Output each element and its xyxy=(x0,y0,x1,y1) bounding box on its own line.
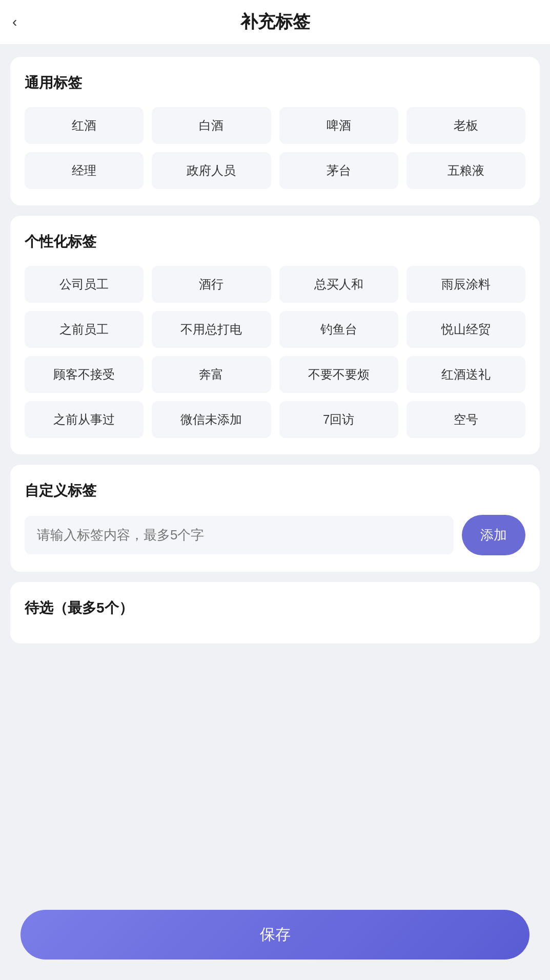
pending-tags-card: 待选（最多5个） xyxy=(10,582,540,643)
personalized-tag-item[interactable]: 公司员工 xyxy=(25,266,144,303)
personalized-tag-item[interactable]: 总买人和 xyxy=(279,266,398,303)
custom-tag-input-area: 添加 xyxy=(25,515,525,555)
content-area: 通用标签 红酒白酒啤酒老板经理政府人员茅台五粮液 个性化标签 公司员工酒行总买人… xyxy=(0,45,550,656)
general-tag-item[interactable]: 经理 xyxy=(25,152,144,189)
personalized-tag-item[interactable]: 微信未添加 xyxy=(152,401,271,438)
general-tag-item[interactable]: 白酒 xyxy=(152,107,271,144)
general-tag-item[interactable]: 啤酒 xyxy=(279,107,398,144)
personalized-tag-item[interactable]: 红酒送礼 xyxy=(406,356,525,393)
back-button[interactable]: ‹ xyxy=(12,15,17,29)
add-tag-button[interactable]: 添加 xyxy=(462,515,525,555)
personalized-tag-item[interactable]: 奔富 xyxy=(152,356,271,393)
general-tag-item[interactable]: 五粮液 xyxy=(406,152,525,189)
personalized-tag-item[interactable]: 雨辰涂料 xyxy=(406,266,525,303)
personalized-tag-item[interactable]: 7回访 xyxy=(279,401,398,438)
page-title: 补充标签 xyxy=(240,10,310,34)
personalized-tags-title: 个性化标签 xyxy=(25,232,525,252)
general-tag-item[interactable]: 茅台 xyxy=(279,152,398,189)
pending-tags-title: 待选（最多5个） xyxy=(25,598,525,618)
custom-tag-card: 自定义标签 添加 xyxy=(10,465,540,572)
personalized-tag-item[interactable]: 悦山经贸 xyxy=(406,311,525,348)
personalized-tag-item[interactable]: 之前从事过 xyxy=(25,401,144,438)
general-tag-item[interactable]: 红酒 xyxy=(25,107,144,144)
personalized-tag-item[interactable]: 钓鱼台 xyxy=(279,311,398,348)
save-area: 保存 xyxy=(0,900,550,980)
personalized-tag-item[interactable]: 不用总打电 xyxy=(152,311,271,348)
personalized-tag-item[interactable]: 之前员工 xyxy=(25,311,144,348)
personalized-tags-grid: 公司员工酒行总买人和雨辰涂料之前员工不用总打电钓鱼台悦山经贸顾客不接受奔富不要不… xyxy=(25,266,525,438)
personalized-tag-item[interactable]: 不要不要烦 xyxy=(279,356,398,393)
personalized-tags-card: 个性化标签 公司员工酒行总买人和雨辰涂料之前员工不用总打电钓鱼台悦山经贸顾客不接… xyxy=(10,216,540,454)
personalized-tag-item[interactable]: 酒行 xyxy=(152,266,271,303)
general-tags-card: 通用标签 红酒白酒啤酒老板经理政府人员茅台五粮液 xyxy=(10,57,540,205)
general-tags-grid: 红酒白酒啤酒老板经理政府人员茅台五粮液 xyxy=(25,107,525,189)
personalized-tag-item[interactable]: 顾客不接受 xyxy=(25,356,144,393)
general-tag-item[interactable]: 政府人员 xyxy=(152,152,271,189)
personalized-tag-item[interactable]: 空号 xyxy=(406,401,525,438)
custom-tag-title: 自定义标签 xyxy=(25,481,525,501)
header: ‹ 补充标签 xyxy=(0,0,550,45)
general-tag-item[interactable]: 老板 xyxy=(406,107,525,144)
custom-tag-input[interactable] xyxy=(25,516,454,554)
general-tags-title: 通用标签 xyxy=(25,73,525,93)
save-button[interactable]: 保存 xyxy=(21,910,529,960)
